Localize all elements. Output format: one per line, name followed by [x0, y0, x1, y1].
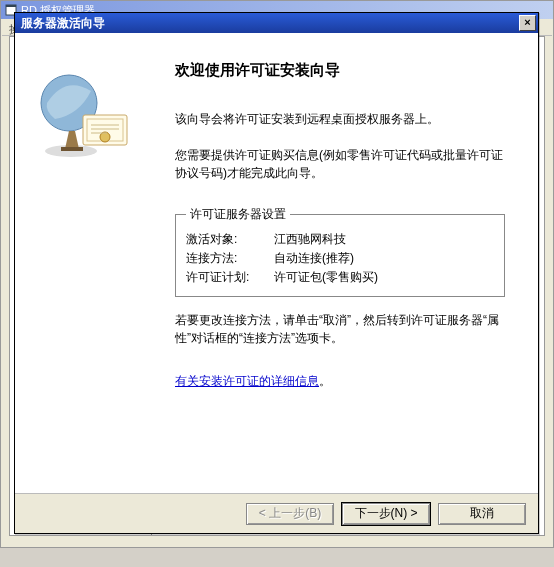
- settings-value: 江西驰网科技: [274, 231, 494, 248]
- settings-row: 连接方法: 自动连接(推荐): [186, 250, 494, 267]
- settings-key: 许可证计划:: [186, 269, 274, 286]
- group-title: 许可证服务器设置: [186, 206, 290, 223]
- intro-text: 该向导会将许可证安装到远程桌面授权服务器上。: [175, 110, 505, 128]
- settings-key: 连接方法:: [186, 250, 274, 267]
- server-settings-group: 许可证服务器设置 激活对象: 江西驰网科技 连接方法: 自动连接(推荐) 许可证…: [175, 206, 505, 297]
- dialog-titlebar: 服务器激活向导 ×: [15, 13, 538, 33]
- need-info-text: 您需要提供许可证购买信息(例如零售许可证代码或批量许可证协议号码)才能完成此向导…: [175, 146, 505, 182]
- wizard-dialog: 服务器激活向导 × 欢迎使用许可证安装向导 该向导会将许可证安装到远程桌面授权服…: [14, 12, 539, 534]
- page-heading: 欢迎使用许可证安装向导: [175, 61, 505, 80]
- settings-row: 激活对象: 江西驰网科技: [186, 231, 494, 248]
- settings-value: 自动连接(推荐): [274, 250, 494, 267]
- next-button[interactable]: 下一步(N) >: [342, 503, 430, 525]
- change-note: 若要更改连接方法，请单击“取消”，然后转到许可证服务器“属性”对话框的“连接方法…: [175, 311, 505, 347]
- dialog-title: 服务器激活向导: [21, 15, 105, 32]
- more-info-link[interactable]: 有关安装许可证的详细信息: [175, 374, 319, 388]
- dialog-body: 欢迎使用许可证安装向导 该向导会将许可证安装到远程桌面授权服务器上。 您需要提供…: [15, 33, 538, 533]
- dialog-content: 欢迎使用许可证安装向导 该向导会将许可证安装到远程桌面授权服务器上。 您需要提供…: [175, 61, 505, 402]
- wizard-graphic: [35, 67, 135, 166]
- svg-rect-1: [6, 5, 16, 7]
- close-button[interactable]: ×: [519, 15, 536, 31]
- cancel-button[interactable]: 取消: [438, 503, 526, 525]
- back-button: < 上一步(B): [246, 503, 334, 525]
- settings-key: 激活对象:: [186, 231, 274, 248]
- settings-value: 许可证包(零售购买): [274, 269, 494, 286]
- svg-rect-5: [61, 147, 83, 151]
- close-icon: ×: [524, 16, 530, 28]
- button-bar: < 上一步(B) 下一步(N) > 取消: [15, 493, 538, 533]
- settings-row: 许可证计划: 许可证包(零售购买): [186, 269, 494, 286]
- link-suffix: 。: [319, 374, 331, 388]
- more-info-line: 有关安装许可证的详细信息。: [175, 373, 505, 390]
